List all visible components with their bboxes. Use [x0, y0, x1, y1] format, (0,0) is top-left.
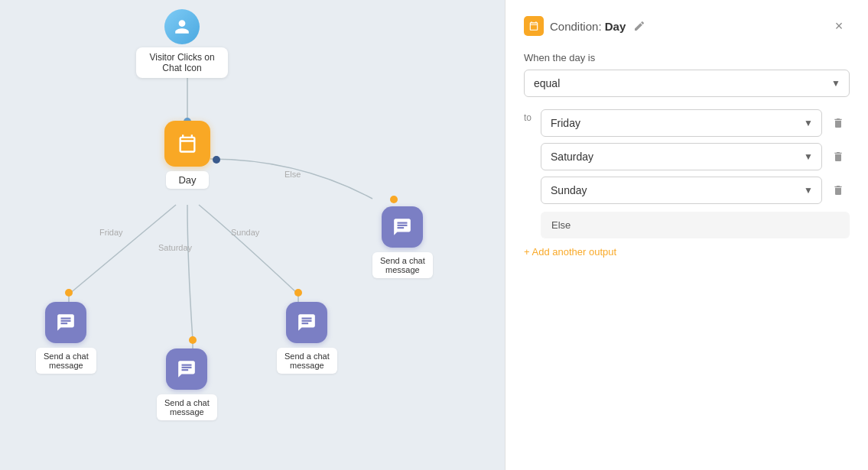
chat-node-else[interactable]: Send a chatmessage [372, 206, 433, 278]
sunday-select-wrapper: MondayTuesdayWednesday ThursdayFriday Sa… [541, 177, 822, 204]
calendar-icon-small [528, 21, 539, 31]
chat-label-friday: Send a chatmessage [36, 348, 96, 374]
delete-friday-button[interactable] [827, 112, 850, 135]
flow-canvas: Visitor Clicks on Chat Icon Day Else Fri… [0, 0, 505, 470]
chat-label-sunday: Send a chatmessage [277, 348, 337, 374]
equal-select[interactable]: equal not equal [524, 70, 850, 97]
chat-icon [56, 313, 76, 332]
edit-icon[interactable] [632, 18, 647, 34]
add-output-label: + Add another output [524, 246, 616, 258]
chat-node-friday[interactable]: Send a chatmessage [36, 302, 96, 374]
panel-header: Condition: Day × [524, 15, 850, 37]
to-left: to [524, 109, 532, 238]
edge-label-friday: Friday [99, 228, 123, 237]
chat-icon-saturday [166, 348, 207, 390]
to-section: to MondayTuesdayWednesday ThursdayFriday… [524, 109, 850, 238]
calendar-icon [177, 133, 198, 154]
visitor-icon [164, 9, 200, 44]
day-row-saturday: MondayTuesdayWednesday ThursdayFriday Sa… [541, 143, 850, 170]
trash-icon [832, 117, 844, 129]
saturday-select-wrapper: MondayTuesdayWednesday ThursdayFriday Sa… [541, 143, 822, 170]
chat-icon-friday [45, 302, 86, 343]
when-label: When the day is [524, 52, 850, 63]
connector-dot-day-right [213, 156, 220, 164]
edge-label-saturday: Saturday [158, 243, 192, 252]
dot-sunday [294, 289, 302, 297]
else-row: Else [541, 212, 850, 238]
friday-select-wrapper: MondayTuesdayWednesday ThursdayFriday Sa… [541, 109, 822, 137]
person-icon [174, 18, 190, 35]
close-button[interactable]: × [828, 15, 850, 37]
chat-icon [297, 313, 317, 332]
dot-saturday [189, 336, 197, 344]
edge-label-else: Else [284, 170, 301, 179]
delete-sunday-button[interactable] [827, 179, 850, 202]
chat-node-sunday[interactable]: Send a chatmessage [277, 302, 337, 374]
day-row-friday: MondayTuesdayWednesday ThursdayFriday Sa… [541, 109, 850, 137]
chat-icon-else [382, 206, 423, 248]
day-icon-box [164, 121, 210, 167]
visitor-node[interactable]: Visitor Clicks on Chat Icon [136, 9, 228, 78]
panel-header-left: Condition: Day [524, 16, 647, 36]
delete-saturday-button[interactable] [827, 145, 850, 168]
dot-friday [65, 289, 73, 297]
chat-icon [177, 359, 197, 379]
panel-calendar-icon [524, 16, 544, 36]
day-row-sunday: MondayTuesdayWednesday ThursdayFriday Sa… [541, 177, 850, 204]
day-node[interactable]: Day [164, 121, 210, 189]
panel-title-prefix: Condition: [550, 20, 602, 33]
to-right: MondayTuesdayWednesday ThursdayFriday Sa… [541, 109, 850, 238]
chat-label-saturday: Send a chatmessage [157, 394, 217, 420]
chat-icon [392, 217, 412, 237]
visitor-label: Visitor Clicks on Chat Icon [136, 47, 228, 78]
else-label: Else [551, 219, 571, 231]
chat-icon-sunday [286, 302, 327, 343]
sunday-select[interactable]: MondayTuesdayWednesday ThursdayFriday Sa… [541, 177, 822, 204]
panel-title: Condition: Day [550, 20, 626, 33]
pencil-icon [633, 20, 645, 32]
dot-else [390, 196, 398, 203]
saturday-select[interactable]: MondayTuesdayWednesday ThursdayFriday Sa… [541, 143, 822, 170]
trash-icon [832, 184, 844, 196]
edge-label-sunday: Sunday [231, 228, 259, 237]
equal-select-wrapper: equal not equal ▼ [524, 70, 850, 97]
day-label: Day [166, 171, 208, 189]
chat-label-else: Send a chatmessage [372, 252, 433, 278]
add-output-button[interactable]: + Add another output [524, 238, 850, 258]
trash-icon [832, 151, 844, 163]
to-label: to [524, 112, 532, 123]
friday-select[interactable]: MondayTuesdayWednesday ThursdayFriday Sa… [541, 109, 822, 137]
panel-title-value: Day [605, 20, 626, 33]
chat-node-saturday[interactable]: Send a chatmessage [157, 348, 217, 420]
condition-panel: Condition: Day × When the day is equal n… [505, 0, 868, 470]
